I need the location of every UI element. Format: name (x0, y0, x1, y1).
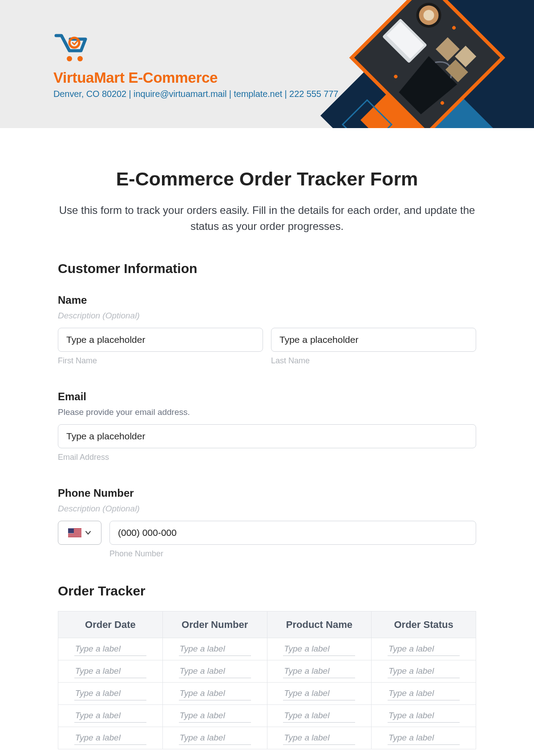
tracker-cell-input[interactable] (179, 687, 251, 700)
svg-point-19 (67, 56, 72, 61)
first-name-sublabel: First Name (58, 356, 263, 366)
tracker-cell-input[interactable] (179, 731, 251, 745)
order-tracker-table: Order Date Order Number Product Name Ord… (58, 611, 476, 749)
table-row (58, 683, 476, 705)
tracker-cell-input[interactable] (179, 664, 251, 678)
svg-rect-4 (352, 0, 502, 128)
svg-rect-5 (352, 0, 502, 128)
tracker-cell-input[interactable] (283, 687, 355, 700)
tracker-cell-input[interactable] (74, 731, 146, 745)
tracker-cell-input[interactable] (283, 731, 355, 745)
tracker-cell-input[interactable] (388, 664, 460, 678)
svg-rect-14 (445, 60, 468, 82)
svg-point-6 (411, 0, 446, 33)
first-name-input[interactable] (58, 328, 263, 352)
email-description: Please provide your email address. (58, 407, 476, 417)
country-code-select[interactable] (58, 521, 101, 545)
tracker-cell-input[interactable] (283, 709, 355, 723)
table-row (58, 638, 476, 660)
svg-rect-13 (455, 46, 476, 67)
svg-marker-0 (320, 0, 534, 128)
svg-marker-2 (360, 84, 432, 128)
name-description: Description (Optional) (58, 311, 476, 321)
svg-marker-3 (343, 100, 392, 128)
tracker-cell-input[interactable] (388, 731, 460, 745)
tracker-cell-input[interactable] (283, 642, 355, 656)
name-label: Name (58, 294, 476, 306)
page-intro: Use this form to track your orders easil… (58, 202, 476, 234)
tracker-cell-input[interactable] (388, 642, 460, 656)
svg-point-20 (77, 56, 83, 61)
svg-point-15 (451, 25, 456, 30)
table-row (58, 660, 476, 683)
chevron-down-icon (85, 530, 91, 536)
phone-sublabel: Phone Number (109, 549, 476, 559)
col-order-status: Order Status (372, 611, 476, 638)
us-flag-icon (68, 528, 81, 537)
email-sublabel: Email Address (58, 453, 476, 462)
tracker-cell-input[interactable] (388, 709, 460, 723)
page-title: E-Commerce Order Tracker Form (58, 168, 476, 190)
svg-point-17 (393, 74, 398, 79)
tracker-cell-input[interactable] (388, 687, 460, 700)
last-name-sublabel: Last Name (271, 356, 476, 366)
tracker-cell-input[interactable] (179, 642, 251, 656)
email-input[interactable] (58, 424, 476, 448)
last-name-input[interactable] (271, 328, 476, 352)
field-email: Email Please provide your email address.… (58, 390, 476, 462)
table-row (58, 727, 476, 749)
tracker-cell-input[interactable] (74, 709, 146, 723)
svg-marker-1 (400, 84, 498, 128)
table-header-row: Order Date Order Number Product Name Ord… (58, 611, 476, 638)
svg-rect-10 (387, 21, 424, 59)
tracker-cell-input[interactable] (74, 642, 146, 656)
svg-point-8 (421, 8, 437, 23)
svg-point-16 (440, 101, 445, 105)
brand-logo (53, 33, 93, 64)
header-banner: VirtuaMart E-Commerce Denver, CO 80202 |… (0, 0, 534, 128)
tracker-cell-input[interactable] (179, 709, 251, 723)
brand-block: VirtuaMart E-Commerce Denver, CO 80202 |… (53, 33, 338, 99)
customer-info-heading: Customer Information (58, 261, 476, 276)
tracker-cell-input[interactable] (74, 664, 146, 678)
brand-contact-line: Denver, CO 80202 | inquire@virtuamart.ma… (53, 89, 338, 99)
field-name: Name Description (Optional) First Name L… (58, 294, 476, 366)
svg-rect-9 (382, 18, 427, 63)
col-order-number: Order Number (162, 611, 267, 638)
tracker-cell-input[interactable] (74, 687, 146, 700)
col-product-name: Product Name (267, 611, 372, 638)
phone-description: Description (Optional) (58, 504, 476, 514)
brand-name: VirtuaMart E-Commerce (53, 69, 338, 86)
col-order-date: Order Date (58, 611, 163, 638)
email-label: Email (58, 390, 476, 403)
field-phone: Phone Number Description (Optional) Phon… (58, 487, 476, 559)
tracker-cell-input[interactable] (283, 664, 355, 678)
svg-marker-11 (396, 56, 457, 117)
form-content: E-Commerce Order Tracker Form Use this f… (0, 128, 534, 749)
svg-rect-12 (436, 37, 460, 61)
table-row (58, 705, 476, 727)
phone-input[interactable] (109, 521, 476, 545)
phone-label: Phone Number (58, 487, 476, 499)
order-tracker-heading: Order Tracker (58, 583, 476, 599)
svg-point-7 (415, 1, 442, 29)
